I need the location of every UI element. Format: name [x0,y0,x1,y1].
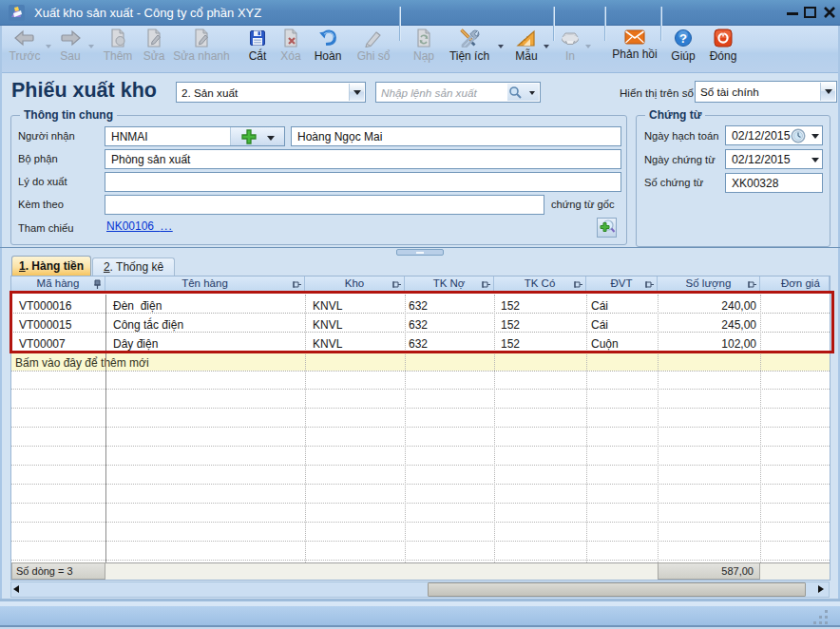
svg-text:?: ? [679,31,687,46]
